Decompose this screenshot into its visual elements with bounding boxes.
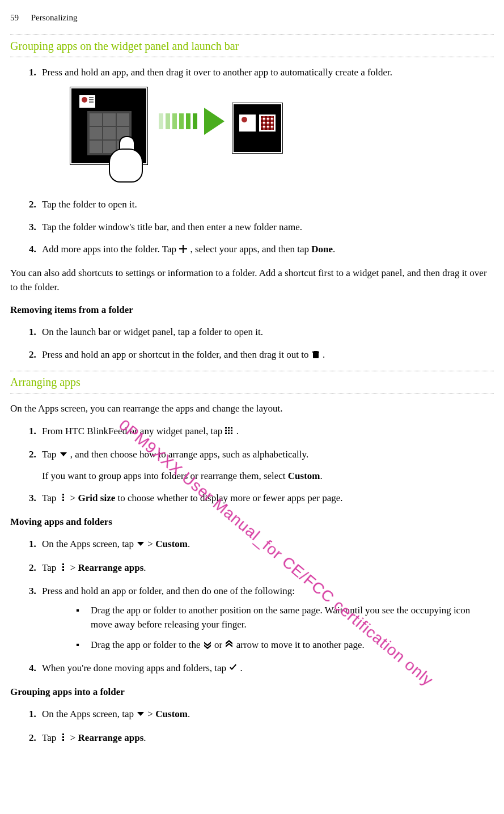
svg-rect-10 <box>62 497 64 498</box>
step-text: On the launch bar or widget panel, tap a… <box>42 327 263 337</box>
svg-rect-7 <box>228 433 230 434</box>
remove-step-1: On the launch bar or widget panel, tap a… <box>39 325 494 340</box>
custom-label: Custom <box>288 470 320 481</box>
figure-target-folder <box>232 103 282 153</box>
step-text: Tap the folder window's title bar, and t… <box>42 222 302 232</box>
arrange-step-3: Tap > Grid size to choose whether to dis… <box>39 491 494 507</box>
moving-bullet-1: Drag the app or folder to another positi… <box>76 603 494 632</box>
rearrange-label: Rearrange apps <box>78 732 144 743</box>
done-label: Done <box>311 244 333 255</box>
overflow-menu-icon <box>59 732 68 747</box>
mini-grid-icon <box>259 115 276 132</box>
moving-bullet-2: Drag the app or folder to the or arrow t… <box>76 638 494 654</box>
step-text: Tap <box>42 449 59 460</box>
svg-rect-3 <box>225 430 227 431</box>
svg-rect-14 <box>62 569 64 571</box>
check-icon <box>228 662 238 677</box>
step-text: . <box>143 562 146 573</box>
step-text: On the Apps screen, tap <box>42 709 136 719</box>
remove-step-2: Press and hold an app or shortcut in the… <box>39 347 494 363</box>
arrange-step-2: Tap , and then choose how to arrange app… <box>39 447 494 483</box>
page-number: 59 <box>10 13 19 22</box>
bullet-text: arrow to move it to another page. <box>236 639 365 650</box>
step-text: , and then choose how to arrange apps, s… <box>70 449 308 460</box>
arrange-step-1: From HTC BlinkFeed or any widget panel, … <box>39 424 494 440</box>
step-1: Press and hold an app, and then drag it … <box>39 65 494 190</box>
bullet-text: Drag the app or folder to another positi… <box>91 605 470 630</box>
svg-rect-16 <box>62 736 64 738</box>
svg-rect-1 <box>228 427 230 429</box>
plus-icon <box>179 243 188 258</box>
divider <box>10 393 494 393</box>
caret-down-icon <box>59 448 68 463</box>
svg-rect-17 <box>62 739 64 741</box>
svg-rect-13 <box>62 566 64 568</box>
svg-rect-9 <box>62 494 64 495</box>
chevron-down-icon <box>203 639 212 654</box>
step-text: When you're done moving apps and folders… <box>42 663 228 673</box>
step-text: > <box>147 709 155 719</box>
step-text: Tap <box>42 562 59 573</box>
section-title-grouping: Grouping apps on the widget panel and la… <box>10 37 494 54</box>
moving-step-2: Tap > Rearrange apps. <box>39 561 494 576</box>
hand-icon <box>103 138 149 189</box>
svg-rect-6 <box>225 433 227 434</box>
overflow-menu-icon <box>59 492 68 507</box>
svg-rect-4 <box>228 430 230 431</box>
grid-size-label: Grid size <box>78 493 116 503</box>
chevron-up-icon <box>225 639 234 654</box>
step-text: > <box>147 539 155 549</box>
moving-step-4: When you're done moving apps and folders… <box>39 661 494 677</box>
step-text: Tap <box>42 493 59 503</box>
step-4: Add more apps into the folder. Tap , sel… <box>39 242 494 258</box>
step-text: Add more apps into the folder. Tap <box>42 244 179 255</box>
grouping-step-1: On the Apps screen, tap > Custom. <box>39 707 494 723</box>
moving-step-3: Press and hold an app or folder, and the… <box>39 584 494 653</box>
step-text: . <box>188 539 190 549</box>
step-text: . <box>333 244 335 255</box>
bullet-text: Drag the app or folder to the <box>91 639 203 650</box>
section-name: Personalizing <box>31 13 78 22</box>
contact-icon <box>79 95 95 108</box>
caret-down-icon <box>136 708 145 723</box>
subheading-removing: Removing items from a folder <box>10 303 494 317</box>
step-text: Press and hold an app or folder, and the… <box>42 586 295 596</box>
bullet-text: or <box>214 639 225 650</box>
step-text: Tap the folder to open it. <box>42 199 137 210</box>
divider <box>10 35 494 35</box>
step-text: > <box>70 562 78 573</box>
rearrange-label: Rearrange apps <box>78 562 144 573</box>
page-header: 59 Personalizing <box>10 11 494 24</box>
step-text: From HTC BlinkFeed or any widget panel, … <box>42 426 225 436</box>
svg-rect-5 <box>231 430 232 431</box>
step-2: Tap the folder to open it. <box>39 197 494 212</box>
step-text: , select your apps, and then tap <box>190 244 311 255</box>
svg-rect-12 <box>62 563 64 565</box>
arrow-head-icon <box>204 108 225 135</box>
step-3: Tap the folder window's title bar, and t… <box>39 220 494 235</box>
overflow-menu-icon <box>59 562 68 576</box>
subheading-moving: Moving apps and folders <box>10 515 494 529</box>
step-note: . <box>320 470 323 481</box>
mini-contact-icon <box>239 115 256 132</box>
divider <box>10 371 494 371</box>
step-text: Press and hold an app or shortcut in the… <box>42 349 311 360</box>
step-text: . <box>143 732 146 743</box>
arrow-bars-icon <box>159 113 197 129</box>
svg-rect-11 <box>62 499 64 501</box>
moving-step-1: On the Apps screen, tap > Custom. <box>39 537 494 553</box>
step-text: > <box>70 732 78 743</box>
arranging-intro: On the Apps screen, you can rearrange th… <box>10 401 494 416</box>
step-text: . <box>188 709 190 719</box>
grouping-step-2: Tap > Rearrange apps. <box>39 731 494 747</box>
step-text: On the Apps screen, tap <box>42 539 136 549</box>
custom-label: Custom <box>155 709 188 719</box>
caret-down-icon <box>136 538 145 553</box>
svg-rect-15 <box>62 734 64 735</box>
drag-figure <box>70 87 494 189</box>
step-text: . <box>323 349 325 360</box>
apps-icon <box>225 425 234 440</box>
subheading-grouping-folder: Grouping apps into a folder <box>10 685 494 699</box>
svg-rect-0 <box>225 427 227 429</box>
step-note: If you want to group apps into folders o… <box>42 470 288 481</box>
